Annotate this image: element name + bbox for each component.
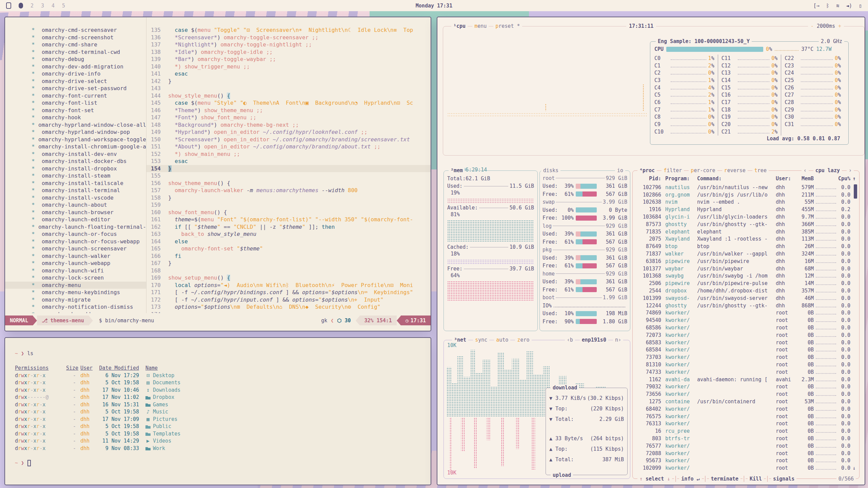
process-row[interactable]: 101377waybar/usr/bin/waybardhh68M0.0 (633, 265, 859, 272)
bluetooth-icon[interactable]: ᛒ (826, 3, 829, 9)
sidebar-item[interactable]: *omarchy-install-dropbox (5, 165, 146, 172)
sidebar-item[interactable]: *omarchy-cmd-share (5, 41, 146, 48)
sidebar-item[interactable]: *omarchy-font-set (5, 107, 146, 114)
tab-mem[interactable]: ²mem (449, 167, 465, 174)
process-row[interactable]: 73656kworker/root0B0.0 (633, 390, 859, 398)
sidebar-item[interactable]: *omarchy-hyprland-workspace-toggle (5, 136, 146, 143)
process-row[interactable]: 101368swaybg/usr/bin/swaybg -i /homdhh12… (633, 272, 859, 280)
sidebar-item[interactable]: *omarchy-install-terminal (5, 187, 146, 194)
sidebar-item[interactable]: *omarchy-notification-dismiss (5, 303, 146, 311)
process-row[interactable]: 803btrfs-trroot0B0.0 (633, 435, 859, 442)
sidebar-item[interactable]: *omarchy-launch-browser (5, 209, 146, 216)
sort-column[interactable]: cpu lazy (813, 167, 842, 174)
tab-cpu[interactable]: ¹cpu (451, 23, 468, 29)
sidebar-item[interactable]: *omarchy-install-dev-env (5, 150, 146, 158)
process-row[interactable]: 103684glycin-i/usr/lib/glycin-loadersdhh… (633, 213, 859, 221)
process-row[interactable]: 2506pipewire/usr/bin/pipewire-pulsedhh14… (633, 280, 859, 287)
volume-icon[interactable]: ◄) (846, 3, 852, 9)
update-interval[interactable]: - 2000ms + (808, 23, 844, 29)
process-row[interactable]: 81310kworker/root0B0.0 (633, 361, 859, 368)
sidebar-item[interactable]: *omarchy-launch-or-focus (5, 230, 146, 238)
process-row[interactable]: 102866org.gnom/usr/bin/gjs /usr/lib/odhh… (633, 191, 859, 199)
sidebar-item[interactable]: *omarchy-launch-webapp (5, 260, 146, 267)
process-row[interactable]: 87573ghostty/usr/bin/ghostty --gtk-dhh36… (633, 221, 859, 228)
process-row[interactable]: 94540kworker/root0B0.0 (633, 317, 859, 324)
process-row[interactable]: 95673kworker/root0B0.0 (633, 457, 859, 464)
sidebar-item[interactable]: *omarchy-launch-about (5, 201, 146, 209)
logout-icon[interactable]: [→ (813, 3, 820, 9)
sidebar-item[interactable]: *omarchy-launch-screensaver (5, 245, 146, 252)
process-row[interactable]: 1916HyprlandHyprlanddhh455M0.2 (633, 206, 859, 213)
process-row[interactable]: 2544dropbox/home/dhh/.dropbox-distdhh357… (633, 287, 859, 294)
network-icon[interactable]: ≋ (836, 3, 839, 9)
sidebar-item[interactable]: *omarchy-drive-info (5, 70, 146, 78)
process-row[interactable]: 72073kworker/root0B0.0 (633, 331, 859, 339)
tab-preset[interactable]: preset * (493, 23, 522, 29)
select-hint[interactable]: ↑ select ↓ (637, 476, 672, 482)
tab-menu[interactable]: menu (472, 23, 489, 29)
neovim-window[interactable]: *omarchy-cmd-screensaver*omarchy-cmd-scr… (4, 17, 431, 331)
sidebar-item[interactable]: *omarchy-launch-or-focus-webapp (5, 238, 146, 245)
sidebar-item[interactable]: *omarchy-launch-floating-terminal- (5, 223, 146, 231)
tab-auto[interactable]: auto (494, 337, 510, 343)
process-row[interactable]: 1275containe/usr/bin/containerdroot53M0.… (633, 398, 859, 405)
process-row[interactable]: 63816pipewire/usr/bin/pipewiredhh16M0.0 (633, 258, 859, 265)
tab-filter[interactable]: filter (662, 167, 684, 174)
file-sidebar[interactable]: *omarchy-cmd-screensaver*omarchy-cmd-scr… (5, 17, 146, 313)
tab-reverse[interactable]: reverse (722, 167, 748, 174)
system-tray[interactable]: [→ᛒ≋◄)▯ (813, 3, 862, 9)
process-row[interactable]: 102638nvimnvim --embed .dhh55M0.0 (633, 199, 859, 206)
tab-zero[interactable]: zero (515, 337, 531, 343)
sidebar-item[interactable]: *omarchy-cmd-terminal-cwd (5, 48, 146, 56)
process-row[interactable]: 102099kworker/root0B0.0↓ (633, 464, 859, 470)
sort-next[interactable]: › (847, 167, 854, 174)
sidebar-item[interactable]: *omarchy-drive-set-password (5, 85, 146, 92)
iface-prev[interactable]: ‹b (565, 337, 575, 343)
process-row[interactable]: 74733kworker/root0B0.0 (633, 368, 859, 376)
process-row[interactable]: 73703kworker/root0B0.0 (633, 353, 859, 361)
tab-percore[interactable]: per-core (689, 167, 717, 174)
process-row[interactable]: 76313kworker/root0B0.0 (633, 420, 859, 428)
tab-disks[interactable]: disks (541, 167, 560, 174)
info-hint[interactable]: info ↵ (679, 476, 702, 482)
sidebar-item[interactable]: *omarchy-install-docker-dbs (5, 158, 146, 165)
process-row[interactable]: 1162avahi-daavahi-daemon: running [avahi… (633, 376, 859, 383)
process-row[interactable]: 68402kworker/root0B0.0 (633, 405, 859, 413)
tab-tree[interactable]: tree (752, 167, 769, 174)
sidebar-item[interactable]: *omarchy-font-current (5, 92, 146, 100)
signals-hint[interactable]: signals (771, 476, 796, 482)
sidebar-item[interactable]: *omarchy-pkg-add (5, 311, 146, 313)
process-row[interactable]: 2075XwaylandXwayland :1 -rootless -dhh11… (633, 236, 859, 243)
process-row[interactable]: 68583kworker/root0B0.0 (633, 339, 859, 346)
tab-proc[interactable]: ⁴proc (637, 167, 657, 174)
sidebar-item[interactable]: *omarchy-launch-editor (5, 216, 146, 223)
process-row[interactable]: 16rcu_preeroot0B0.0 (633, 427, 859, 435)
process-row[interactable]: 74869kworker/root0B0.0 (633, 309, 859, 317)
process-row[interactable]: 72088kworker/root0B0.0 (633, 450, 859, 457)
sidebar-item[interactable]: *omarchy-migrate (5, 296, 146, 304)
sidebar-item[interactable]: *omarchy-cmd-screensaver (5, 26, 146, 34)
terminate-hint[interactable]: terminate (709, 476, 741, 482)
sidebar-item[interactable]: *omarchy-debug (5, 56, 146, 63)
sidebar-item[interactable]: *omarchy-launch-wifi (5, 267, 146, 274)
sidebar-item[interactable]: *omarchy-install-steam (5, 172, 146, 180)
process-row[interactable]: 68586kworker/root0B0.0 (633, 324, 859, 331)
sidebar-item[interactable]: *omarchy-hyprland-window-pop (5, 128, 146, 136)
terminal-window[interactable]: ~ ❯ lsPermissionsSizeUserDate ModifiedNa… (4, 337, 431, 485)
sidebar-item[interactable]: *omarchy-dev-add-migration (5, 63, 146, 70)
kill-hint[interactable]: Kill (748, 476, 764, 482)
sidebar-item[interactable]: *omarchy-hook (5, 114, 146, 121)
process-row[interactable]: 101399swayosd-/usr/bin/swayosd-serverdhh… (633, 294, 859, 302)
process-row[interactable]: 68584kworker/root0B0.0 (633, 346, 859, 354)
process-row[interactable]: 102796nautilus/usr/bin/nautilus --newdhh… (633, 184, 859, 191)
process-row[interactable]: 79032kworker/root0B0.0 (633, 383, 859, 391)
sidebar-item[interactable]: *omarchy-font-list (5, 99, 146, 107)
sidebar-item[interactable]: *omarchy-install-chromium-google-a (5, 143, 146, 150)
iface-next[interactable]: n› (613, 337, 623, 343)
sidebar-item[interactable]: *omarchy-menu-keybindings (5, 289, 146, 296)
sidebar-item[interactable]: *omarchy-lock-screen (5, 274, 146, 282)
process-row[interactable]: 76575kworker/root0B0.0 (633, 413, 859, 420)
process-row[interactable]: 76577kworker/root0B0.0 (633, 442, 859, 450)
process-row[interactable]: 87649btopbtopdhh26M0.0 (633, 243, 859, 250)
sidebar-item[interactable]: *omarchy-cmd-screenshot (5, 34, 146, 41)
